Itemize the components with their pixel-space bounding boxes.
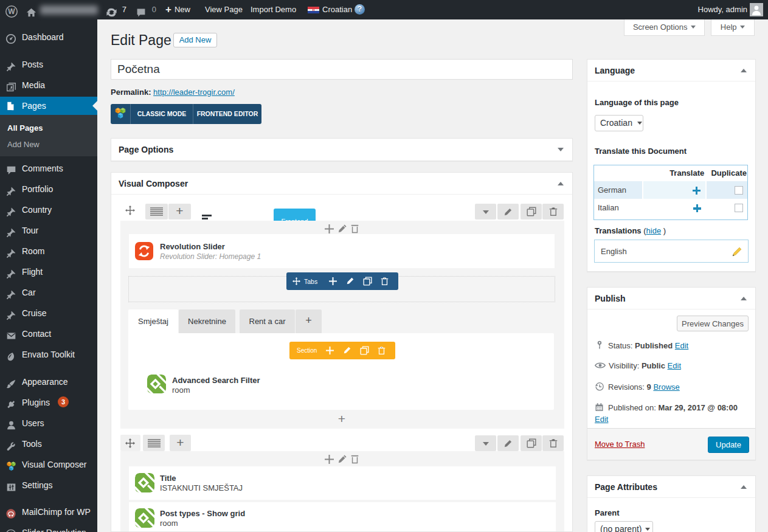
svg-text:W: W bbox=[8, 7, 15, 16]
